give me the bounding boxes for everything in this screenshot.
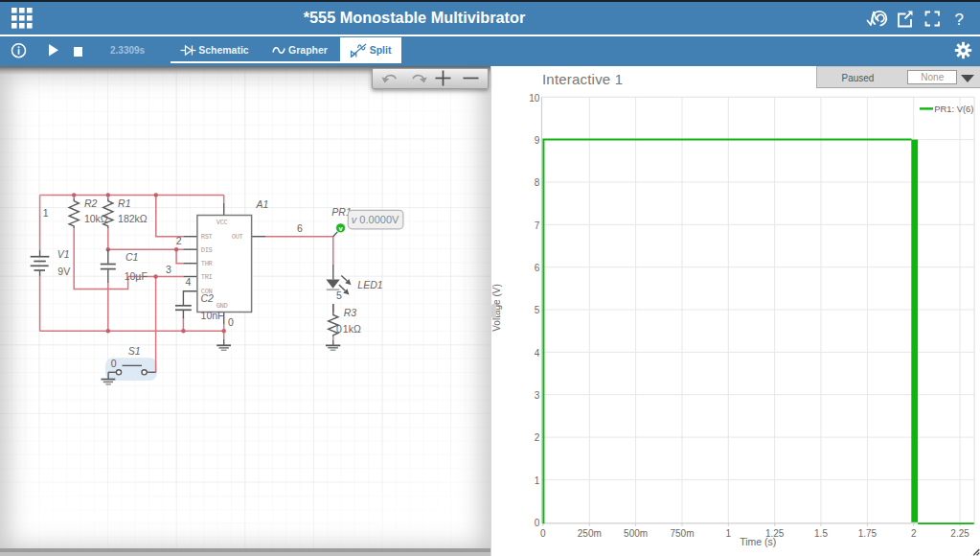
svg-text:4: 4 [535,348,540,359]
svg-text:Time (s): Time (s) [740,536,776,547]
svg-text:750m: 750m [670,528,694,539]
svg-text:2: 2 [911,528,917,539]
svg-text:5: 5 [535,305,540,315]
svg-text:1.5: 1.5 [814,528,828,539]
svg-text:2: 2 [535,432,540,443]
svg-text:1: 1 [726,528,732,539]
svg-text:250m: 250m [578,528,602,539]
svg-text:1.75: 1.75 [858,528,877,539]
svg-text:7: 7 [535,220,540,231]
svg-text:PR1: V(6): PR1: V(6) [934,104,973,114]
svg-text:2.25: 2.25 [950,528,969,539]
svg-text:8: 8 [535,177,540,188]
svg-text:0: 0 [540,528,546,539]
svg-text:0: 0 [535,518,540,528]
svg-text:9: 9 [535,135,540,146]
svg-text:3: 3 [535,390,540,401]
svg-text:?: ? [955,11,964,29]
svg-text:6: 6 [535,263,540,273]
svg-text:500m: 500m [624,528,648,539]
svg-text:10: 10 [529,93,540,104]
svg-text:1: 1 [535,475,540,486]
